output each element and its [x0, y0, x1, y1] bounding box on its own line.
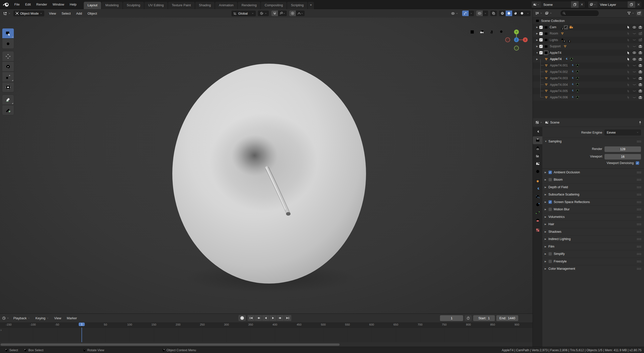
- outliner-row-applet4-002[interactable]: AppleT4.002: [533, 69, 644, 75]
- collection-icon[interactable]: [544, 38, 548, 42]
- pivot-dropdown[interactable]: [258, 11, 269, 16]
- meshtri-icon[interactable]: [560, 31, 565, 36]
- properties-tab-output[interactable]: [533, 144, 542, 152]
- add-workspace-button[interactable]: +: [308, 2, 314, 9]
- workspace-tab-animation[interactable]: Animation: [215, 2, 237, 9]
- gizmo-y-neg-axis[interactable]: [514, 46, 518, 50]
- disclosure-triangle-icon[interactable]: ▶: [535, 58, 539, 60]
- panel-screen-space-reflections[interactable]: ▶✓Screen Space Reflections: [542, 198, 644, 206]
- drag-handle[interactable]: [637, 253, 641, 255]
- disclosure-triangle-icon[interactable]: ▼: [535, 52, 539, 54]
- sparks-icon[interactable]: 2: [566, 38, 570, 42]
- start-frame-field[interactable]: Start: 1: [473, 315, 495, 321]
- meshdata-icon[interactable]: [569, 57, 574, 61]
- xray-toggle[interactable]: [490, 11, 497, 16]
- selectable-toggle[interactable]: [626, 51, 630, 55]
- timeline-menu-marker[interactable]: Marker: [64, 315, 79, 321]
- record-button[interactable]: [238, 315, 246, 321]
- hide-render-toggle[interactable]: [638, 57, 642, 61]
- play-button[interactable]: [269, 315, 277, 321]
- wrench-icon[interactable]: [564, 57, 568, 61]
- outliner-item-label[interactable]: AppleT4.002: [550, 70, 568, 74]
- collection-icon[interactable]: [544, 31, 548, 36]
- view-layer-remove-button[interactable]: ✕: [635, 1, 642, 8]
- outliner-display-mode-dropdown[interactable]: [544, 11, 552, 16]
- workspace-tab-uv-editing[interactable]: UV Editing: [144, 2, 167, 9]
- drag-handle[interactable]: [637, 201, 641, 203]
- wrench-icon[interactable]: [570, 95, 574, 100]
- outliner-filter-dropdown[interactable]: [627, 11, 635, 16]
- view-layer-name[interactable]: View Layer: [597, 3, 628, 7]
- hide-render-toggle[interactable]: [638, 96, 642, 99]
- scene-type-icon[interactable]: [532, 1, 541, 8]
- drag-handle[interactable]: [637, 223, 641, 225]
- shading-rendered-button[interactable]: [519, 11, 525, 16]
- properties-tab-material[interactable]: [533, 216, 542, 224]
- properties-tab-world[interactable]: [533, 168, 542, 175]
- outliner-item-label[interactable]: AppleT4.003: [550, 76, 568, 80]
- hide-viewport-toggle[interactable]: [632, 38, 636, 42]
- hide-viewport-toggle[interactable]: [632, 45, 636, 48]
- mesh-icon[interactable]: [544, 63, 548, 68]
- orientation-dropdown[interactable]: Global: [231, 11, 256, 16]
- next-keyframe-button[interactable]: [277, 315, 284, 321]
- pan-view[interactable]: [489, 29, 495, 35]
- outliner-row-support[interactable]: ▶✓Support: [533, 43, 644, 50]
- mesh-icon[interactable]: [544, 89, 548, 93]
- hide-render-toggle[interactable]: [638, 38, 642, 42]
- collection-icon[interactable]: [544, 44, 548, 49]
- wrench-icon[interactable]: [570, 89, 574, 93]
- wrench-icon[interactable]: [570, 76, 574, 81]
- mesh-icon[interactable]: [544, 83, 548, 87]
- playhead-current-frame[interactable]: 1: [79, 323, 85, 326]
- shading-solid-button[interactable]: [506, 11, 512, 16]
- meshdata-icon[interactable]: [575, 76, 580, 81]
- hide-viewport-toggle[interactable]: [632, 64, 636, 67]
- hide-viewport-toggle[interactable]: [632, 76, 636, 80]
- selectable-toggle[interactable]: [626, 96, 630, 99]
- outliner-item-label[interactable]: Cam: [550, 25, 556, 29]
- selectable-toggle[interactable]: [626, 83, 630, 87]
- scene-selector[interactable]: Scene ✕: [531, 1, 585, 8]
- gizmos-toggle[interactable]: [462, 11, 469, 16]
- outliner-row-applet4-006[interactable]: AppleT4.006: [533, 94, 644, 101]
- properties-tab-particles[interactable]: [533, 193, 542, 201]
- axes-icon[interactable]: 2: [558, 25, 563, 29]
- disclosure-triangle-icon[interactable]: ▶: [535, 26, 539, 28]
- outliner-row-cam[interactable]: ▶✓Cam2: [533, 24, 644, 30]
- annotate-tool[interactable]: [2, 95, 14, 105]
- panel-film[interactable]: ▶Film: [542, 243, 644, 250]
- hide-render-toggle[interactable]: [638, 83, 642, 87]
- panel-checkbox[interactable]: [548, 178, 552, 181]
- properties-tab-view-layer[interactable]: [533, 152, 542, 160]
- properties-tab-tool[interactable]: [533, 129, 542, 136]
- hide-viewport-toggle[interactable]: [632, 89, 636, 93]
- outliner-item-label[interactable]: AppleT4: [550, 51, 561, 55]
- snap-toggle[interactable]: [271, 11, 278, 16]
- collection-checkbox[interactable]: ✓: [539, 51, 543, 54]
- mesh-icon[interactable]: [544, 70, 548, 74]
- hide-viewport-toggle[interactable]: [632, 70, 636, 74]
- meshtri-icon[interactable]: [563, 44, 567, 49]
- outliner-item-label[interactable]: AppleT4.001: [550, 64, 568, 67]
- selectable-toggle[interactable]: [626, 57, 630, 61]
- outliner-row-applet4-001[interactable]: AppleT4.001: [533, 62, 644, 69]
- camera-view[interactable]: [479, 29, 485, 35]
- panel-shadows[interactable]: ▶Shadows: [542, 228, 644, 236]
- blender-logo-icon[interactable]: [3, 2, 9, 7]
- outliner-row-scene-collection[interactable]: Scene Collection: [533, 18, 644, 24]
- jump-to-start-button[interactable]: [248, 315, 255, 321]
- drag-handle[interactable]: [637, 260, 641, 262]
- outliner-row-applet4[interactable]: ▼✓AppleT4: [533, 50, 644, 56]
- workspace-tab-rendering[interactable]: Rendering: [238, 2, 260, 9]
- timeline-menu-playback[interactable]: Playback: [11, 315, 33, 321]
- selectable-toggle[interactable]: [626, 64, 630, 67]
- disclosure-triangle-icon[interactable]: ▶: [535, 32, 539, 35]
- meshdata-icon[interactable]: [575, 63, 580, 68]
- gizmo-x-neg-axis[interactable]: [505, 37, 510, 42]
- rotate-tool[interactable]: [2, 61, 14, 72]
- hide-viewport-toggle[interactable]: [632, 96, 636, 99]
- collection-icon[interactable]: [535, 19, 540, 23]
- disclosure-triangle-icon[interactable]: ▶: [535, 39, 539, 41]
- curveo-icon[interactable]: [564, 25, 568, 29]
